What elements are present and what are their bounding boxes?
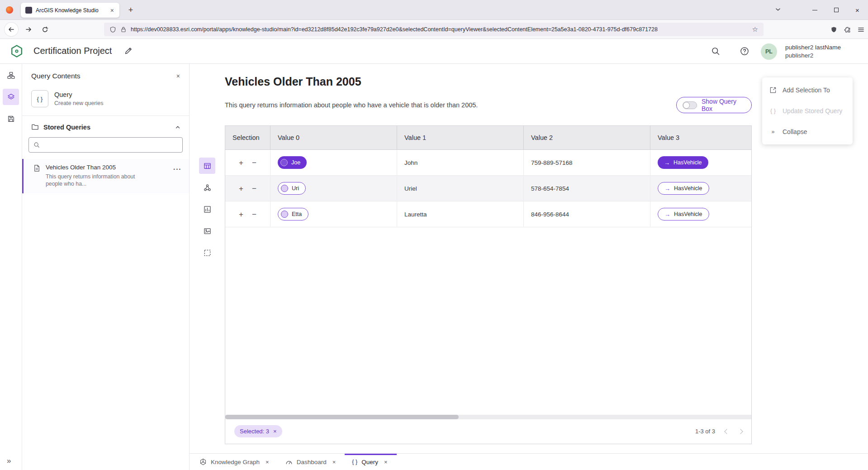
selection-tools-button[interactable]: [199, 245, 215, 261]
row-remove-selection-button[interactable]: −: [252, 159, 256, 167]
dashboard-icon: [285, 458, 293, 465]
edit-title-button[interactable]: [124, 47, 133, 55]
back-icon: [8, 26, 15, 33]
user-avatar[interactable]: PL: [761, 43, 777, 60]
window-controls: ×: [804, 0, 868, 20]
bookmark-star-icon[interactable]: ☆: [752, 25, 758, 34]
selected-count-badge[interactable]: Selected: 3 ×: [234, 425, 282, 437]
query-contents-panel: Query Contents × { } Query Create new qu…: [22, 64, 190, 470]
question-icon: [740, 47, 749, 56]
header-search-button[interactable]: [711, 47, 720, 56]
column-header-value2[interactable]: Value 2: [524, 126, 650, 149]
table-icon: [204, 162, 211, 170]
panel-close-button[interactable]: ×: [175, 72, 182, 80]
row-add-selection-button[interactable]: +: [239, 185, 243, 192]
reload-button[interactable]: [38, 23, 52, 36]
data-model-button[interactable]: [3, 67, 19, 83]
stored-query-item[interactable]: Vehicles Older Than 2005 This query retu…: [22, 159, 189, 193]
entity-label: Joe: [291, 159, 300, 166]
relationship-pill[interactable]: →HasVehicle: [658, 208, 709, 221]
column-header-value0[interactable]: Value 0: [270, 126, 397, 149]
toggle-switch[interactable]: [683, 101, 697, 109]
menu-item-add-selection-to[interactable]: Add Selection To: [762, 80, 853, 101]
row-add-selection-button[interactable]: +: [239, 159, 243, 167]
new-query-item[interactable]: { } Query Create new queries: [22, 86, 189, 115]
item-options-button[interactable]: •••: [174, 167, 182, 172]
stored-queries-search-input[interactable]: [44, 142, 178, 149]
table-row[interactable]: + − Uri Uriel 578-654-7854 →HasVehicle: [225, 176, 751, 201]
contents-layers-button[interactable]: [3, 89, 19, 105]
expand-rail-button[interactable]: »: [7, 456, 11, 465]
extensions-puzzle-icon[interactable]: [844, 26, 851, 33]
table-row[interactable]: + − Etta Lauretta 846-956-8644 →HasVehic…: [225, 201, 751, 227]
back-button[interactable]: [5, 23, 18, 36]
table-view-button[interactable]: [199, 158, 215, 174]
menu-hamburger-icon[interactable]: [858, 26, 864, 33]
new-tab-button[interactable]: +: [125, 4, 137, 16]
url-text: https://dev0028833.esri.com/portal/apps/…: [131, 26, 748, 33]
list-all-tabs-icon[interactable]: [774, 6, 782, 13]
relationship-pill[interactable]: →HasVehicle: [658, 156, 708, 169]
entity-pill[interactable]: Joe: [278, 156, 307, 169]
map-button[interactable]: [199, 223, 215, 239]
help-button[interactable]: [740, 47, 749, 56]
menu-item-update-stored-query[interactable]: { } Update Stored Query: [762, 101, 853, 121]
table-row[interactable]: + − Joe John 759-889-57168 →HasVehicle: [225, 150, 751, 176]
relationship-pill[interactable]: →HasVehicle: [658, 182, 709, 195]
row-remove-selection-button[interactable]: −: [252, 211, 256, 218]
extension-shield-icon[interactable]: [830, 26, 837, 33]
stored-queries-title: Stored Queries: [43, 124, 170, 131]
tab-dashboard[interactable]: Dashboard ×: [278, 454, 345, 470]
new-query-description: Create new queries: [54, 100, 103, 106]
save-button[interactable]: [3, 110, 19, 127]
entity-pill[interactable]: Uri: [278, 182, 306, 195]
column-header-value3[interactable]: Value 3: [650, 126, 751, 149]
shield-icon[interactable]: [109, 26, 116, 33]
tab-close-button[interactable]: ×: [331, 458, 338, 466]
pencil-icon: [124, 47, 133, 55]
link-chart-icon: [204, 184, 211, 192]
tab-close-button[interactable]: ×: [264, 458, 271, 466]
user-name: publisher2 lastName: [785, 43, 841, 52]
user-username: publisher2: [785, 52, 841, 60]
knowledge-graph-icon: [199, 458, 207, 465]
new-query-label: Query: [54, 90, 103, 98]
menu-item-collapse[interactable]: » Collapse: [762, 121, 853, 142]
maximize-button[interactable]: [825, 0, 847, 20]
entity-pill[interactable]: Etta: [278, 208, 308, 221]
chart-button[interactable]: [199, 201, 215, 217]
browser-logo-icon: [6, 6, 13, 14]
collapse-icon: »: [769, 129, 777, 135]
selected-count-label: Selected: 3: [240, 428, 269, 435]
forward-button[interactable]: [22, 23, 35, 36]
row-remove-selection-button[interactable]: −: [252, 185, 256, 192]
tab-label: Dashboard: [297, 459, 327, 465]
stored-queries-searchbox[interactable]: [28, 137, 183, 153]
clear-selection-button[interactable]: ×: [273, 428, 277, 434]
lock-icon[interactable]: [120, 26, 127, 33]
view-toolbar: [198, 158, 216, 261]
tab-query[interactable]: { } Query ×: [345, 454, 396, 470]
link-chart-button[interactable]: [199, 179, 215, 196]
cell-value2: 578-654-7854: [524, 176, 650, 201]
data-model-icon: [7, 72, 15, 79]
tab-title: ArcGIS Knowledge Studio: [36, 7, 105, 14]
url-bar[interactable]: https://dev0028833.esri.com/portal/apps/…: [104, 23, 764, 36]
collapse-section-icon[interactable]: [175, 124, 181, 130]
column-header-selection[interactable]: Selection: [225, 126, 270, 149]
menu-item-label: Add Selection To: [783, 86, 830, 94]
next-page-button[interactable]: [738, 429, 743, 434]
tab-close-button[interactable]: ×: [109, 6, 116, 14]
document-icon: [33, 164, 41, 187]
browser-tab[interactable]: ArcGIS Knowledge Studio ×: [21, 3, 119, 18]
arrow-right-icon: →: [664, 211, 670, 218]
tab-close-button[interactable]: ×: [382, 458, 389, 466]
tab-label: Knowledge Graph: [211, 459, 260, 465]
minimize-button[interactable]: [804, 0, 825, 20]
window-close-button[interactable]: ×: [847, 0, 868, 20]
column-header-value1[interactable]: Value 1: [397, 126, 524, 149]
show-query-box-toggle[interactable]: Show Query Box: [676, 97, 752, 113]
previous-page-button[interactable]: [724, 429, 729, 434]
tab-knowledge-graph[interactable]: Knowledge Graph ×: [192, 454, 278, 470]
row-add-selection-button[interactable]: +: [239, 211, 243, 218]
